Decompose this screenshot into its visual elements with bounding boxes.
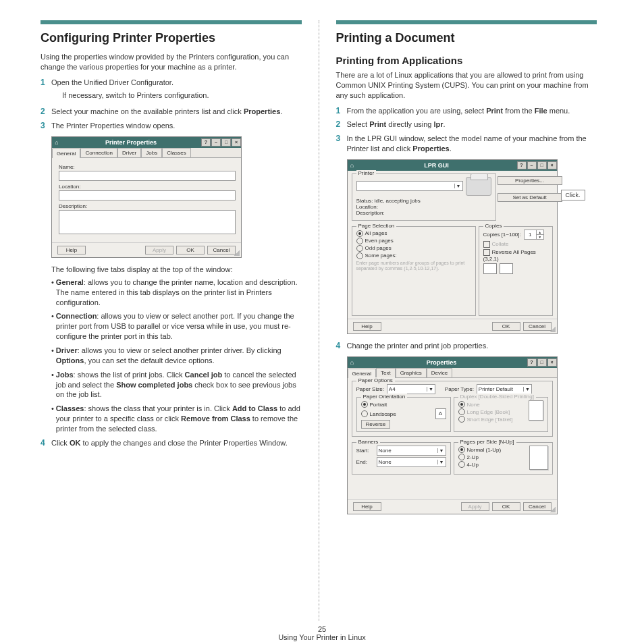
dialog-title: Properties bbox=[357, 359, 527, 366]
intro-text: Using the properties window provided by … bbox=[41, 52, 302, 72]
reverse-check[interactable]: Reverse All Pages (3,2,1) bbox=[483, 249, 548, 262]
tab-jobs[interactable]: Jobs bbox=[141, 148, 162, 157]
minimize-icon[interactable]: – bbox=[211, 138, 221, 146]
help-icon[interactable]: ? bbox=[201, 138, 211, 146]
page-number: 25 bbox=[0, 625, 644, 633]
radio-even-pages[interactable]: Even pages bbox=[356, 238, 471, 244]
app-icon: ⌂ bbox=[348, 359, 357, 366]
help-button[interactable]: Help bbox=[353, 502, 381, 511]
resize-grip-icon[interactable] bbox=[550, 507, 556, 512]
tab-connection[interactable]: Connection bbox=[80, 148, 117, 157]
bullet-general: General: allows you to change the printe… bbox=[51, 277, 302, 308]
ok-button[interactable]: OK bbox=[492, 502, 520, 511]
orientation-icon: A bbox=[435, 408, 446, 419]
step2-text: Select your machine on the available pri… bbox=[51, 107, 302, 117]
dialog-title: LPR GUI bbox=[357, 162, 516, 169]
bullet-jobs: Jobs: shows the list of print jobs. Clic… bbox=[51, 370, 302, 400]
cancel-button[interactable]: Cancel bbox=[523, 322, 552, 331]
apply-button[interactable]: Apply bbox=[145, 246, 173, 254]
step-number: 2 bbox=[41, 107, 51, 117]
location-input[interactable] bbox=[59, 190, 236, 200]
printer-select[interactable]: ▼ bbox=[356, 181, 463, 191]
step-number: 3 bbox=[336, 134, 347, 154]
help-button[interactable]: Help bbox=[353, 322, 381, 331]
start-label: Start: bbox=[356, 448, 374, 454]
nup-preview-icon bbox=[529, 446, 548, 470]
duplex-preview-icon bbox=[529, 400, 543, 421]
step-number: 4 bbox=[41, 438, 51, 448]
intro-right: There are a lot of Linux applications th… bbox=[336, 70, 597, 101]
paper-type-select[interactable]: Printer Default▼ bbox=[477, 384, 532, 394]
reverse-button[interactable]: Reverse bbox=[361, 421, 446, 427]
copies-label: Copies [1~100]: bbox=[483, 232, 521, 238]
help-button[interactable]: Help bbox=[57, 246, 86, 254]
tab-device[interactable]: Device bbox=[427, 368, 452, 377]
end-label: End: bbox=[356, 459, 374, 465]
resize-grip-icon[interactable] bbox=[234, 250, 240, 256]
paper-type-label: Paper Type: bbox=[445, 386, 474, 392]
step-number: 1 bbox=[336, 106, 347, 116]
radio-1up[interactable]: Normal (1-Up) bbox=[458, 446, 529, 453]
properties-button[interactable]: Properties... bbox=[498, 176, 562, 185]
minimize-icon[interactable]: – bbox=[527, 161, 537, 169]
collate-preview-icon bbox=[483, 263, 548, 274]
help-icon[interactable]: ? bbox=[517, 161, 527, 169]
footer-section: Using Your Printer in Linux bbox=[0, 633, 644, 641]
maximize-icon[interactable]: □ bbox=[537, 358, 547, 367]
description-input[interactable] bbox=[59, 210, 236, 234]
paper-options-group: Paper Options bbox=[356, 377, 395, 383]
cancel-button[interactable]: Cancel bbox=[207, 246, 236, 254]
bullet-connection: Connection: allows you to view or select… bbox=[51, 311, 302, 342]
ok-button[interactable]: OK bbox=[492, 322, 520, 331]
tab-classes[interactable]: Classes bbox=[162, 148, 190, 157]
step4-text: Click OK to apply the changes and close … bbox=[51, 438, 302, 448]
close-icon[interactable]: × bbox=[547, 161, 557, 169]
step1-text: Open the Unified Driver Configurator. bbox=[51, 78, 173, 86]
set-default-button[interactable]: Set as Default bbox=[498, 193, 562, 202]
heading-configuring: Configuring Printer Properties bbox=[41, 31, 302, 45]
paper-size-select[interactable]: A4▼ bbox=[387, 384, 435, 394]
cancel-button[interactable]: Cancel bbox=[523, 502, 552, 511]
nup-group: Pages per Side [N-Up] bbox=[458, 439, 516, 445]
tab-text[interactable]: Text bbox=[376, 368, 396, 377]
ok-button[interactable]: OK bbox=[176, 246, 205, 254]
click-callout: Click. bbox=[561, 190, 585, 200]
tab-general[interactable]: General bbox=[52, 149, 80, 158]
close-icon[interactable]: × bbox=[232, 138, 241, 146]
end-select[interactable]: None▼ bbox=[377, 457, 446, 467]
maximize-icon[interactable]: □ bbox=[221, 138, 231, 146]
radio-duplex-short: Short Edge [Tablet] bbox=[458, 416, 529, 423]
properties-dialog: ⌂ Properties ? □ × General Text Graphics… bbox=[347, 356, 558, 514]
help-icon[interactable]: ? bbox=[527, 358, 537, 367]
tab-bar: General Connection Driver Jobs Classes bbox=[52, 148, 241, 158]
radio-2up[interactable]: 2-Up bbox=[458, 454, 529, 460]
radio-4up[interactable]: 4-Up bbox=[458, 461, 529, 468]
bullet-driver: Driver: allows you to view or select ano… bbox=[51, 346, 302, 366]
tab-driver[interactable]: Driver bbox=[117, 148, 141, 157]
close-icon[interactable]: × bbox=[547, 358, 557, 367]
dialog-titlebar: ⌂ Printer Properties ? – □ × bbox=[52, 137, 241, 148]
start-select[interactable]: None▼ bbox=[377, 446, 446, 456]
banners-group: Banners bbox=[356, 439, 381, 445]
apply-button[interactable]: Apply bbox=[461, 502, 489, 511]
description-label: Description: bbox=[59, 203, 234, 209]
step-number: 1 bbox=[41, 78, 51, 103]
copies-spinner[interactable]: 1▲▼ bbox=[524, 230, 544, 240]
some-pages-hint: Enter page numbers and/or groups of page… bbox=[356, 261, 471, 271]
description-text: Description: bbox=[356, 210, 491, 216]
name-input[interactable] bbox=[59, 171, 236, 181]
status-text: Status: idle, accepting jobs bbox=[356, 198, 491, 204]
resize-grip-icon[interactable] bbox=[550, 327, 556, 332]
radio-odd-pages[interactable]: Odd pages bbox=[356, 245, 471, 252]
tab-general[interactable]: General bbox=[348, 369, 376, 378]
orientation-group: Paper Orientation bbox=[361, 394, 408, 400]
radio-landscape[interactable]: Landscape bbox=[361, 410, 433, 417]
name-label: Name: bbox=[59, 164, 234, 170]
radio-portrait[interactable]: Portrait bbox=[361, 401, 446, 408]
r-step3: In the LPR GUI window, select the model … bbox=[347, 134, 597, 154]
radio-all-pages[interactable]: All pages bbox=[356, 230, 471, 237]
r-step2: Select Print directly using lpr. bbox=[347, 119, 597, 130]
maximize-icon[interactable]: □ bbox=[537, 161, 547, 169]
tab-graphics[interactable]: Graphics bbox=[396, 368, 427, 377]
radio-some-pages[interactable]: Some pages: bbox=[356, 252, 471, 259]
